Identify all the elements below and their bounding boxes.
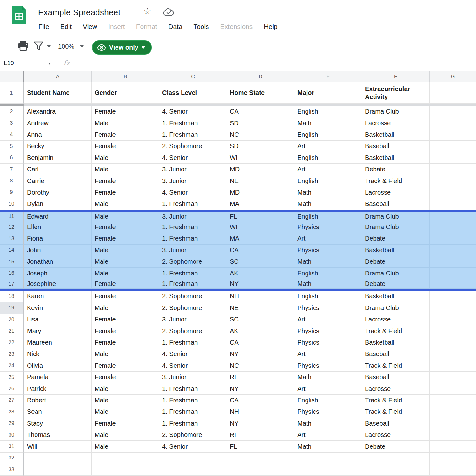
cell-G25[interactable] [430,372,476,383]
cell-G29[interactable] [430,418,476,429]
cell-C23[interactable]: 4. Senior [159,348,227,360]
filter-icon[interactable] [34,41,44,52]
cell-E28[interactable]: Physics [294,406,362,418]
cell-E3[interactable]: Math [294,117,362,129]
name-box[interactable]: L19 [4,60,14,67]
row-header-1[interactable]: 1 [0,82,24,104]
cell-E5[interactable]: Art [294,141,362,152]
cell-D13[interactable]: MA [227,233,294,244]
cell-A32[interactable] [24,453,92,464]
cell-C6[interactable]: 4. Senior [159,152,227,164]
cell-F24[interactable]: Track & Field [362,360,430,372]
cell-B27[interactable]: Male [92,395,159,406]
row-header-29[interactable]: 29 [0,418,24,429]
cell-B10[interactable]: Male [92,198,159,210]
cell-C21[interactable]: 2. Sophomore [159,325,227,337]
cell-D10[interactable]: MA [227,198,294,210]
cell-E12[interactable]: Physics [294,221,362,233]
cell-E22[interactable]: Physics [294,337,362,348]
zoom-dropdown-caret[interactable] [80,45,84,48]
cell-E17[interactable]: Math [294,279,362,289]
cell-D17[interactable]: NY [227,279,294,289]
cell-E10[interactable]: Math [294,198,362,210]
cell-D1[interactable]: Home State [227,82,294,104]
cell-D30[interactable]: RI [227,429,294,441]
cell-C9[interactable]: 4. Senior [159,187,227,198]
cell-A10[interactable]: Dylan [24,198,92,210]
cell-G14[interactable] [430,245,476,256]
cell-A31[interactable]: Will [24,441,92,452]
cell-C4[interactable]: 1. Freshman [159,129,227,141]
row-header-8[interactable]: 8 [0,175,24,187]
row-header-7[interactable]: 7 [0,164,24,175]
print-icon[interactable] [17,41,29,53]
cell-E31[interactable]: Math [294,441,362,452]
cell-B9[interactable]: Female [92,187,159,198]
cell-E20[interactable]: Art [294,314,362,325]
cell-B3[interactable]: Male [92,117,159,129]
cell-G5[interactable] [430,141,476,152]
column-header-D[interactable]: D [227,71,294,82]
cell-A20[interactable]: Lisa [24,314,92,325]
cell-C16[interactable]: 1. Freshman [159,268,227,279]
cell-B32[interactable] [92,453,159,464]
cell-B6[interactable]: Male [92,152,159,164]
cell-B17[interactable]: Female [92,279,159,289]
row-header-23[interactable]: 23 [0,348,24,360]
cell-E7[interactable]: Art [294,164,362,175]
cell-D9[interactable]: MD [227,187,294,198]
menu-item-help[interactable]: Help [263,22,278,31]
cell-A14[interactable]: John [24,245,92,256]
cell-C28[interactable]: 1. Freshman [159,406,227,418]
cell-C15[interactable]: 2. Sophomore [159,256,227,268]
cell-B33[interactable] [92,464,159,475]
row-header-26[interactable]: 26 [0,383,24,394]
select-all-corner[interactable] [0,71,24,82]
row-header-3[interactable]: 3 [0,117,24,129]
row-header-30[interactable]: 30 [0,429,24,441]
cell-E32[interactable] [294,453,362,464]
cell-E13[interactable]: Art [294,233,362,244]
row-header-5[interactable]: 5 [0,141,24,152]
cell-C33[interactable] [159,464,227,475]
cell-A23[interactable]: Nick [24,348,92,360]
cell-F8[interactable]: Track & Field [362,175,430,187]
column-header-G[interactable]: G [430,71,476,82]
cell-E1[interactable]: Major [294,82,362,104]
cell-D20[interactable]: SC [227,314,294,325]
cell-C14[interactable]: 3. Junior [159,245,227,256]
cell-G24[interactable] [430,360,476,372]
cell-G26[interactable] [430,383,476,394]
row-header-20[interactable]: 20 [0,314,24,325]
cell-G4[interactable] [430,129,476,141]
row-header-24[interactable]: 24 [0,360,24,372]
cell-F19[interactable]: Drama Club [362,302,430,314]
cell-D22[interactable]: CA [227,337,294,348]
cell-A22[interactable]: Maureen [24,337,92,348]
cell-B31[interactable]: Male [92,441,159,452]
cell-E11[interactable]: English [294,212,362,221]
cell-B8[interactable]: Female [92,175,159,187]
cell-B11[interactable]: Male [92,212,159,221]
cell-G18[interactable] [430,291,476,302]
cell-C26[interactable]: 1. Freshman [159,383,227,394]
cell-C2[interactable]: 4. Senior [159,106,227,117]
row-header-22[interactable]: 22 [0,337,24,348]
cell-B20[interactable]: Female [92,314,159,325]
cell-G21[interactable] [430,325,476,337]
cell-D25[interactable]: RI [227,372,294,383]
cell-E21[interactable]: Physics [294,325,362,337]
cell-A33[interactable] [24,464,92,475]
cell-F23[interactable]: Baseball [362,348,430,360]
row-header-21[interactable]: 21 [0,325,24,337]
cell-F30[interactable]: Lacrosse [362,429,430,441]
cell-G12[interactable] [430,221,476,233]
cell-D32[interactable] [227,453,294,464]
cell-C20[interactable]: 3. Junior [159,314,227,325]
column-header-C[interactable]: C [159,71,227,82]
cell-E2[interactable]: English [294,106,362,117]
cell-F16[interactable]: Drama Club [362,268,430,279]
cell-F11[interactable]: Drama Club [362,212,430,221]
cell-E8[interactable]: English [294,175,362,187]
name-box-caret[interactable] [48,63,51,64]
